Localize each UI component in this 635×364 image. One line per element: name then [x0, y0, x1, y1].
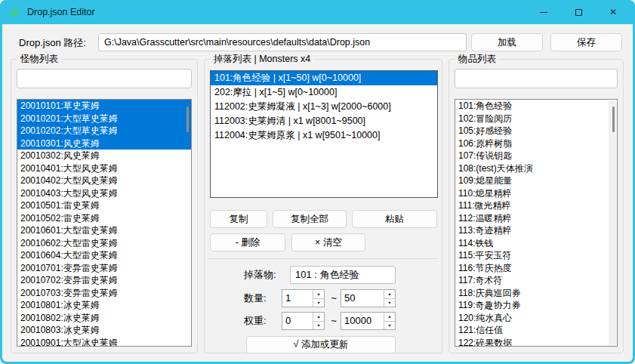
window-title: Drop.json Editor: [27, 7, 95, 17]
paste-button[interactable]: 粘贴: [352, 210, 437, 228]
monster-list-item[interactable]: 20010701:变异雷史莱姆: [17, 262, 191, 275]
monster-list-item[interactable]: 20010801:冰史莱姆: [17, 299, 191, 312]
count-max-spin-buttons: ▲ ▼: [384, 290, 395, 307]
monster-list-item[interactable]: 20010301:风史莱姆: [17, 137, 191, 150]
drop-list-item[interactable]: 112004:史莱姆原浆 | x1 w[9501~10000]: [211, 128, 437, 143]
count-min-spin-buttons: ▲ ▼: [313, 290, 324, 307]
spin-up-icon[interactable]: ▲: [313, 290, 324, 298]
count-range-tilde: ~: [329, 289, 338, 307]
weight-label: 权重:: [244, 312, 267, 330]
item-list-item[interactable]: 105:好感经验: [455, 125, 617, 137]
maximize-button[interactable]: [561, 0, 596, 24]
copy-button[interactable]: 复制: [210, 210, 267, 228]
count-min-spinner[interactable]: 1 ▲ ▼: [282, 289, 325, 307]
item-list-item[interactable]: 114:铁钱: [455, 237, 617, 250]
weight-max-value[interactable]: 10000: [341, 313, 384, 329]
spin-down-icon[interactable]: ▼: [313, 321, 324, 330]
drop-listbox[interactable]: 101:角色经验 | x[1~50] w[0~10000]202:摩拉 | x[…: [210, 70, 438, 198]
copy-all-button[interactable]: 复制全部: [273, 210, 347, 228]
item-list-item[interactable]: 116:节庆热度: [455, 262, 617, 275]
monster-list-item[interactable]: 20010401:大型风史莱姆: [17, 162, 191, 175]
monster-search-input[interactable]: [17, 69, 192, 88]
monster-list-item[interactable]: 20010702:变异雷史莱姆: [17, 274, 191, 287]
weight-min-spinner[interactable]: 0 ▲ ▼: [282, 312, 325, 330]
delete-button[interactable]: - 删除: [210, 233, 285, 251]
clear-button[interactable]: × 清空: [291, 233, 365, 251]
monster-list-item[interactable]: 20010502:雷史莱姆: [17, 212, 191, 225]
count-max-spinner[interactable]: 50 ▲ ▼: [341, 289, 396, 307]
count-min-value[interactable]: 1: [282, 290, 313, 307]
weight-max-spinner[interactable]: 10000 ▲ ▼: [341, 312, 396, 330]
item-list-item[interactable]: 108:(test)天体推演: [455, 162, 617, 175]
minimize-button[interactable]: [526, 0, 561, 24]
load-button[interactable]: 加载: [471, 33, 543, 51]
monsters-panel: 怪物列表 20010101:草史莱姆20010201:大型草史莱姆2001020…: [11, 59, 198, 353]
count-max-value[interactable]: 50: [341, 290, 384, 307]
item-list-item[interactable]: 121:信任值: [455, 324, 617, 337]
drops-panel: 掉落列表 | Monsters x4 101:角色经验 | x[1~50] w[…: [204, 59, 442, 353]
items-panel-title: 物品列表: [455, 53, 499, 66]
item-list-item[interactable]: 101:角色经验: [455, 100, 617, 113]
count-label: 数量:: [244, 289, 267, 307]
monster-list-item[interactable]: 20010703:变异雷史莱姆: [17, 287, 191, 300]
drop-item-label: 掉落物:: [244, 266, 276, 284]
monster-list-item[interactable]: 20010803:冰史莱姆: [17, 324, 191, 337]
item-search-input[interactable]: [455, 69, 618, 88]
item-list-item[interactable]: 120:纯水真心: [455, 312, 617, 325]
titlebar: Drop.json Editor ✕: [0, 0, 635, 24]
add-or-update-button[interactable]: √ 添加或更新: [246, 336, 396, 353]
spin-up-icon[interactable]: ▲: [313, 313, 324, 321]
monster-list-item[interactable]: 20010101:草史莱姆: [17, 100, 191, 113]
drops-panel-title: 掉落列表 | Monsters x4: [211, 53, 313, 66]
app-window: Drop.json Editor ✕ Drop.json 路径: 加载 保存 怪…: [0, 0, 635, 364]
path-input[interactable]: [98, 33, 467, 51]
save-button[interactable]: 保存: [550, 33, 622, 51]
item-list-item[interactable]: 115:平安玉符: [455, 249, 617, 262]
spin-up-icon[interactable]: ▲: [384, 313, 395, 321]
monster-list-item[interactable]: 20010802:冰史莱姆: [17, 312, 191, 325]
item-list-item[interactable]: 112:温暖精粹: [455, 212, 617, 225]
monster-list-item[interactable]: 20010202:大型草史莱姆: [17, 125, 191, 137]
monster-list-item[interactable]: 20010604:大型雷史莱姆: [17, 249, 191, 262]
drop-list-item[interactable]: 101:角色经验 | x[1~50] w[0~10000]: [211, 71, 437, 85]
spin-down-icon[interactable]: ▼: [384, 298, 395, 307]
monster-list-item[interactable]: 20010901:大型冰史莱姆: [17, 337, 191, 347]
item-list-item[interactable]: 118:庆典巡回券: [455, 287, 617, 300]
drop-list-item[interactable]: 112002:史莱姆凝液 | x[1~3] w[2000~6000]: [211, 100, 437, 114]
monster-listbox[interactable]: 20010101:草史莱姆20010201:大型草史莱姆20010202:大型草…: [17, 99, 192, 347]
item-listbox[interactable]: 101:角色经验102:冒险阅历105:好感经验106:原粹树脂107:传说钥匙…: [455, 99, 618, 347]
monster-list-item[interactable]: 20010501:雷史莱姆: [17, 199, 191, 212]
weight-min-value[interactable]: 0: [282, 313, 313, 329]
item-list-item[interactable]: 117:奇术符: [455, 274, 617, 287]
path-label: Drop.json 路径:: [19, 36, 86, 50]
item-list-item[interactable]: 102:冒险阅历: [455, 113, 617, 125]
drop-list-item[interactable]: 112003:史莱姆清 | x1 w[8001~9500]: [211, 114, 437, 128]
drop-item-input[interactable]: [290, 266, 396, 284]
spin-up-icon[interactable]: ▲: [384, 290, 395, 298]
item-list-item[interactable]: 110:熄星精粹: [455, 187, 617, 200]
item-list-scrollbar[interactable]: [612, 106, 615, 132]
monster-list-item[interactable]: 20010302:风史莱姆: [17, 150, 191, 162]
monster-list-item[interactable]: 20010602:大型雷史莱姆: [17, 237, 191, 250]
item-list-item[interactable]: 111:微光精粹: [455, 199, 617, 212]
item-list-item[interactable]: 107:传说钥匙: [455, 150, 617, 162]
item-list-item[interactable]: 113:奇迹精粹: [455, 224, 617, 237]
app-megaphone-icon: [8, 5, 21, 19]
item-list-item[interactable]: 122:碎果数据: [455, 337, 617, 347]
monster-list-item[interactable]: 20010201:大型草史莱姆: [17, 113, 191, 125]
item-list-item[interactable]: 109:熄星能量: [455, 174, 617, 187]
monster-list-scrollbar[interactable]: [186, 106, 189, 132]
spin-down-icon[interactable]: ▼: [384, 321, 395, 330]
drop-list-item[interactable]: 202:摩拉 | x[1~5] w[0~10000]: [211, 85, 437, 100]
weight-max-spin-buttons: ▲ ▼: [384, 313, 395, 329]
spin-down-icon[interactable]: ▼: [313, 298, 324, 307]
monster-list-item[interactable]: 20010402:大型风史莱姆: [17, 174, 191, 187]
window-controls: ✕: [526, 0, 630, 24]
monster-list-item[interactable]: 20010601:大型雷史莱姆: [17, 224, 191, 237]
item-list-item[interactable]: 119:奇趣协力券: [455, 299, 617, 312]
close-button[interactable]: ✕: [596, 0, 630, 24]
item-list-scroll-track[interactable]: [609, 100, 616, 345]
form-separator: [208, 258, 439, 259]
item-list-item[interactable]: 106:原粹树脂: [455, 137, 617, 150]
monster-list-item[interactable]: 20010403:大型风史莱姆: [17, 187, 191, 200]
